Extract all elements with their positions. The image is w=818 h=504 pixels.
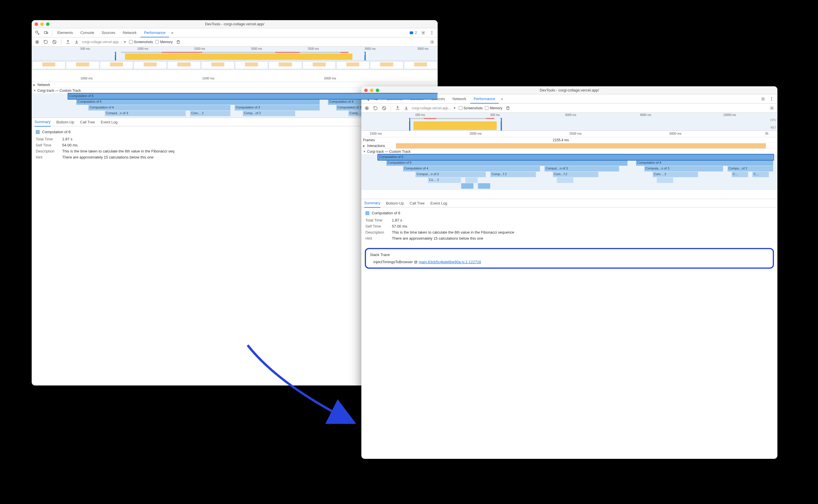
selection-handle-right[interactable]	[365, 52, 366, 60]
screenshot-thumb[interactable]	[66, 61, 99, 69]
more-tabs-icon[interactable]: »	[499, 97, 505, 101]
flame-event[interactable]: Comput…n of 3	[415, 172, 486, 177]
gear-icon[interactable]	[419, 29, 427, 37]
upload-icon[interactable]	[394, 105, 401, 111]
screenshot-thumb[interactable]	[269, 61, 302, 69]
selection-handle-left[interactable]	[409, 118, 410, 131]
frames-track[interactable]: Frames 2155.4 ms	[361, 137, 777, 143]
overview-pane[interactable]: 500 ms 1000 ms 1500 ms 2000 ms 2500 ms 3…	[32, 47, 438, 70]
screenshots-checkbox[interactable]: Screenshots	[129, 40, 153, 44]
gear-icon[interactable]	[759, 95, 767, 103]
record-icon[interactable]	[364, 105, 370, 111]
reload-icon[interactable]	[372, 105, 379, 111]
flame-event[interactable]: C…	[732, 172, 748, 177]
tab-sources[interactable]: Sources	[98, 28, 119, 37]
screenshot-thumb[interactable]	[167, 61, 200, 69]
upload-icon[interactable]	[65, 39, 71, 45]
issues-badge[interactable]: 2	[407, 30, 419, 35]
flame-event[interactable]: Comput…n of 3	[544, 166, 619, 171]
total-time-value: 1.87 s	[62, 137, 72, 141]
record-icon[interactable]	[34, 39, 40, 45]
download-icon[interactable]	[73, 39, 80, 45]
flame-event[interactable]: Computa…n of 3	[645, 166, 724, 171]
interactions-track[interactable]: ▶Interactions	[361, 143, 777, 149]
recording-selector[interactable]: corgi-collage.vercel.app… ▼	[412, 106, 456, 110]
flame-chart[interactable]: Computation of 6 Computation of 5Computa…	[361, 154, 777, 190]
clear-icon[interactable]	[381, 105, 387, 111]
download-icon[interactable]	[403, 105, 409, 111]
flame-event[interactable]: Com… 2	[653, 172, 699, 177]
flame-event[interactable]: Co… 2	[428, 177, 461, 183]
dtab-call-tree[interactable]: Call Tree	[410, 199, 425, 207]
source-link[interactable]: main.63cb5c4bde8be90a.js:1:122716	[419, 260, 481, 264]
flame-event[interactable]: Comp…f 2	[490, 172, 536, 177]
selection-handle-left[interactable]	[115, 52, 116, 60]
inspect-icon[interactable]	[33, 29, 41, 37]
screenshot-thumb[interactable]	[404, 61, 437, 69]
recording-selector[interactable]: corgi-collage.vercel.app… ▼	[82, 40, 127, 44]
checkbox-icon	[155, 40, 159, 44]
tab-performance[interactable]: Performance	[470, 94, 498, 104]
flame-event[interactable]: Computation of 4	[88, 105, 231, 110]
tab-console[interactable]: Console	[77, 28, 98, 37]
dtab-call-tree[interactable]: Call Tree	[80, 118, 95, 126]
screenshot-thumb[interactable]	[370, 61, 403, 69]
screenshot-thumb[interactable]	[100, 61, 133, 69]
screenshots-checkbox[interactable]: Screenshots	[459, 106, 483, 110]
flame-event[interactable]: Comput…n of 3	[105, 111, 186, 116]
window-title: DevTools - corgi-collage.vercel.app/	[32, 22, 438, 26]
tab-elements[interactable]: Elements	[54, 28, 76, 37]
clear-icon[interactable]	[51, 39, 58, 45]
flame-event[interactable]	[657, 177, 674, 183]
flame-event[interactable]	[557, 177, 573, 183]
flame-event[interactable]	[465, 177, 478, 183]
custom-track-header[interactable]: ▼Corgi track — Custom Track	[361, 149, 777, 154]
gear-icon[interactable]	[429, 39, 435, 45]
window-title: DevTools - corgi-collage.vercel.app/	[361, 88, 777, 92]
screenshot-thumb[interactable]	[303, 61, 336, 69]
flame-event[interactable]: Computation of 4	[636, 160, 773, 166]
reload-icon[interactable]	[43, 39, 49, 45]
kebab-icon[interactable]	[428, 29, 436, 37]
flame-event[interactable]: Computation of 6	[378, 154, 773, 160]
kebab-icon[interactable]	[768, 95, 776, 103]
overview-flame	[32, 52, 438, 60]
flame-event[interactable]: Com…f 2	[553, 172, 598, 177]
trash-icon[interactable]	[175, 39, 181, 45]
screenshot-thumb[interactable]	[133, 61, 167, 69]
selection-handle-right[interactable]	[501, 118, 502, 131]
flame-event[interactable]	[461, 183, 474, 189]
dtab-event-log[interactable]: Event Log	[430, 199, 447, 207]
dtab-bottom-up[interactable]: Bottom-Up	[386, 199, 404, 207]
memory-checkbox[interactable]: Memory	[155, 40, 172, 44]
dtab-summary[interactable]: Summary	[35, 118, 51, 127]
flame-event[interactable]: Computation of 3	[235, 105, 320, 110]
screenshot-thumb[interactable]	[201, 61, 235, 69]
screenshot-thumb[interactable]	[336, 61, 369, 69]
dtab-event-log[interactable]: Event Log	[101, 118, 118, 126]
gear-icon[interactable]	[769, 105, 775, 111]
screenshot-thumb[interactable]	[235, 61, 268, 69]
memory-checkbox[interactable]: Memory	[485, 106, 502, 110]
tab-network[interactable]: Network	[119, 28, 140, 37]
flame-event[interactable]: Computation of 4	[403, 166, 540, 171]
trash-icon[interactable]	[505, 105, 511, 111]
flame-event[interactable]: C…	[752, 172, 769, 177]
dtab-summary[interactable]: Summary	[364, 199, 380, 208]
screenshot-thumb[interactable]	[32, 61, 65, 69]
dropdown-icon: ▼	[123, 40, 127, 44]
flame-event[interactable]	[478, 183, 490, 189]
tab-network[interactable]: Network	[449, 94, 470, 104]
flame-event[interactable]: Computation of 6	[68, 93, 438, 99]
dtab-bottom-up[interactable]: Bottom-Up	[56, 118, 74, 126]
flame-event[interactable]: Computation of 5	[386, 160, 628, 166]
flame-event[interactable]: Compu…of 2	[728, 166, 773, 171]
overview-pane[interactable]: 000 ms 000 ms 6000 ms 8000 ms 10000 ms C…	[361, 113, 777, 131]
device-icon[interactable]	[42, 29, 50, 37]
more-tabs-icon[interactable]: »	[169, 30, 175, 35]
flame-event[interactable]: Computation of 5	[76, 99, 320, 105]
hint-value: There are approximately 15 calculations …	[62, 155, 153, 159]
flame-event[interactable]: Com… 2	[190, 111, 231, 116]
tab-performance[interactable]: Performance	[140, 28, 169, 37]
flame-event[interactable]: Comp…of 2	[243, 111, 296, 116]
